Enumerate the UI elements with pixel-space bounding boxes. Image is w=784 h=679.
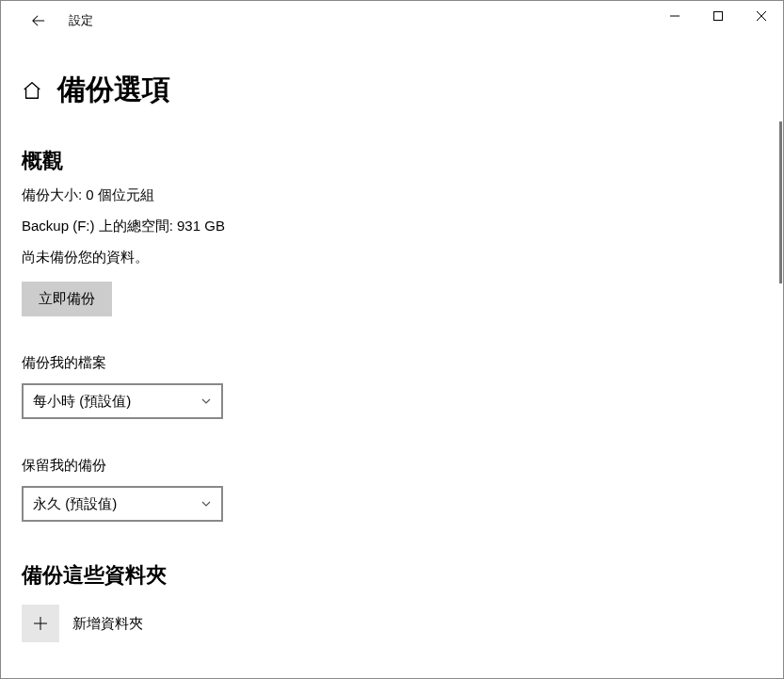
backup-files-group: 備份我的檔案 每小時 (預設值) <box>22 354 762 419</box>
add-folder-label: 新增資料夾 <box>72 615 143 633</box>
keep-backups-dropdown[interactable]: 永久 (預設值) <box>22 486 223 522</box>
keep-backups-label: 保留我的備份 <box>22 457 762 475</box>
backup-frequency-dropdown[interactable]: 每小時 (預設值) <box>22 383 223 419</box>
titlebar: 設定 <box>1 1 783 40</box>
plus-icon <box>33 616 48 631</box>
window-controls <box>653 1 783 31</box>
minimize-button[interactable] <box>653 1 696 31</box>
backup-now-button[interactable]: 立即備份 <box>22 282 112 316</box>
backup-files-label: 備份我的檔案 <box>22 354 762 372</box>
maximize-icon <box>713 11 723 21</box>
backup-status-text: 尚未備份您的資料。 <box>22 249 762 267</box>
home-icon[interactable] <box>22 80 42 101</box>
page-title: 備份選項 <box>57 71 170 109</box>
dropdown-selected: 永久 (預設值) <box>33 495 117 513</box>
chevron-down-icon <box>200 498 212 509</box>
back-button[interactable] <box>20 2 57 40</box>
close-button[interactable] <box>740 1 783 31</box>
overview-title: 概觀 <box>22 147 762 175</box>
folders-title: 備份這些資料夾 <box>22 561 762 590</box>
backup-folders-section: 備份這些資料夾 新增資料夾 <box>22 561 762 642</box>
backup-size-text: 備份大小: 0 個位元組 <box>22 186 762 204</box>
total-space-text: Backup (F:) 上的總空間: 931 GB <box>22 218 762 235</box>
dropdown-selected: 每小時 (預設值) <box>33 393 131 411</box>
svg-rect-1 <box>714 12 723 21</box>
maximize-button[interactable] <box>696 1 740 31</box>
add-folder-button[interactable]: 新增資料夾 <box>22 605 762 642</box>
keep-backups-group: 保留我的備份 永久 (預設值) <box>22 457 762 522</box>
scrollbar[interactable] <box>779 121 782 283</box>
minimize-icon <box>670 11 680 21</box>
chevron-down-icon <box>200 396 212 407</box>
close-icon <box>757 11 766 21</box>
arrow-left-icon <box>32 14 45 27</box>
page-header: 備份選項 <box>22 71 762 109</box>
titlebar-title: 設定 <box>69 12 93 29</box>
content: 備份選項 概觀 備份大小: 0 個位元組 Backup (F:) 上的總空間: … <box>1 40 783 678</box>
add-folder-plus-box <box>22 605 59 642</box>
